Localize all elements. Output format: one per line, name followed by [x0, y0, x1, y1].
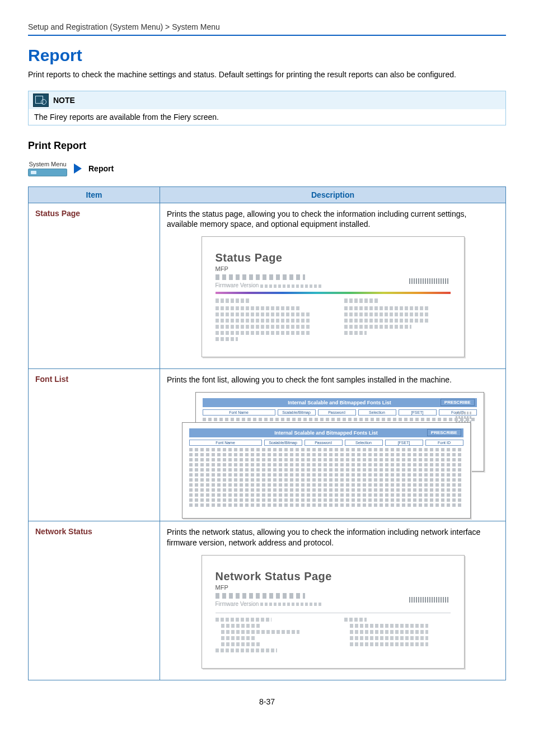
desc-text: Prints the font list, allowing you to ch…: [167, 375, 499, 385]
section-heading: Print Report: [28, 140, 506, 152]
page-title: Report: [28, 46, 506, 65]
col-header-description: Description: [160, 186, 506, 203]
page-number: 8-37: [28, 697, 506, 706]
fp-col: Font Name: [203, 409, 275, 416]
preview-title: Status Page: [216, 251, 451, 264]
table-row: Font List Prints the font list, allowing…: [29, 369, 506, 521]
item-label: Status Page: [29, 203, 160, 369]
preview-fw-label: Firmware Version: [216, 601, 259, 607]
font-list-preview: Internal Scalable and Bitmapped Fonts Li…: [182, 392, 484, 515]
breadcrumb: Setup and Registration (System Menu) > S…: [28, 22, 506, 31]
note-box: NOTE The Firey reports are available fro…: [28, 91, 506, 125]
table-row: Network Status Prints the network status…: [29, 521, 506, 680]
item-label: Font List: [29, 369, 160, 521]
fp-col: Selection: [358, 409, 396, 416]
fp-col: Scalable/Bitmap: [278, 409, 316, 416]
col-header-item: Item: [29, 186, 160, 203]
fp-col: Font Name: [189, 440, 262, 446]
fp-col: Selection: [345, 440, 383, 446]
fp-col: Font ID: [425, 440, 463, 446]
desc-text: Prints the status page, allowing you to …: [167, 209, 499, 230]
network-status-preview: Network Status Page MFP Firmware Version: [202, 555, 465, 669]
nav-report-label: Report: [88, 164, 114, 173]
preview-badge: PRESCRIBE: [441, 399, 475, 406]
system-menu-chip: System Menu: [28, 161, 67, 176]
note-body-text: The Firey reports are available from the…: [29, 109, 505, 125]
note-icon: [33, 94, 49, 107]
fp-col: [FSET]: [399, 409, 437, 416]
preview-bar-title: Internal Scalable and Bitmapped Fonts Li…: [274, 430, 378, 436]
desc-text: Prints the network status, allowing you …: [167, 527, 499, 548]
preview-sub: MFP: [216, 584, 451, 591]
fp-col: Scalable/Bitmap: [264, 440, 302, 446]
item-label: Network Status: [29, 521, 160, 680]
arrow-right-icon: [74, 164, 82, 174]
table-row: Status Page Prints the status page, allo…: [29, 203, 506, 369]
fp-col: Password: [318, 409, 356, 416]
preview-badge: PRESCRIBE: [427, 429, 461, 436]
nav-row: System Menu Report: [28, 161, 506, 176]
note-label: NOTE: [53, 96, 75, 105]
fp-col: [FSET]: [385, 440, 423, 446]
preview-fw-label: Firmware Version: [216, 282, 259, 288]
fp-col: Password: [305, 440, 343, 446]
preview-title: Network Status Page: [216, 570, 451, 583]
system-menu-label: System Menu: [28, 161, 67, 167]
report-table: Item Description Status Page Prints the …: [28, 186, 506, 680]
intro-text: Print reports to check the machine setti…: [28, 69, 506, 81]
status-page-preview: Status Page MFP Firmware Version: [202, 236, 465, 357]
preview-sub: MFP: [216, 265, 451, 272]
preview-bar-title: Internal Scalable and Bitmapped Fonts Li…: [288, 400, 391, 405]
top-rule: [28, 35, 506, 36]
